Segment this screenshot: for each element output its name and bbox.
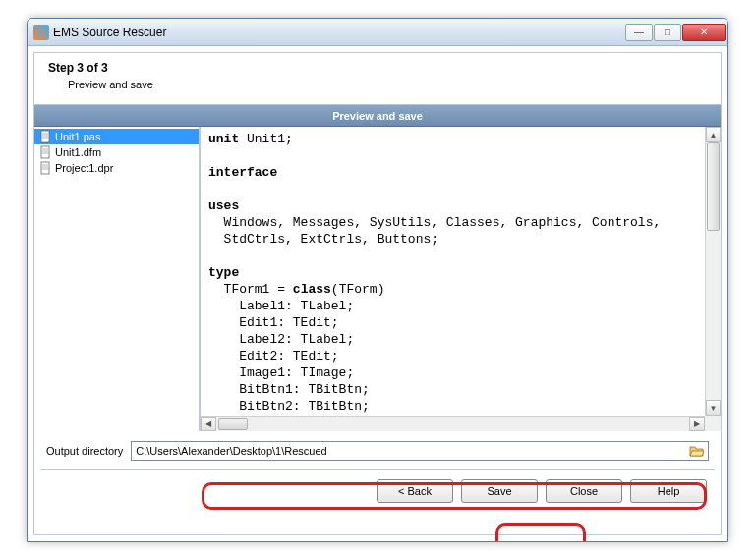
vertical-scrollbar[interactable]: ▲ ▼ xyxy=(705,127,721,416)
browse-button[interactable] xyxy=(688,443,706,459)
scroll-up-arrow[interactable]: ▲ xyxy=(706,127,721,142)
save-button[interactable]: Save xyxy=(461,479,538,503)
tree-item-label: Unit1.dfm xyxy=(55,146,101,158)
scroll-right-arrow[interactable]: ▶ xyxy=(689,417,705,431)
output-label: Output directory xyxy=(46,445,123,457)
button-bar: < Back Save Close Help xyxy=(34,470,721,513)
output-directory-input[interactable] xyxy=(136,445,688,457)
file-icon xyxy=(38,145,52,159)
code-preview-panel: unit Unit1; interface uses Windows, Mess… xyxy=(200,127,721,431)
horizontal-scroll-thumb[interactable] xyxy=(218,418,248,430)
file-icon xyxy=(38,130,52,143)
step-title: Step 3 of 3 xyxy=(48,61,707,75)
output-directory-field xyxy=(131,441,709,461)
help-button[interactable]: Help xyxy=(630,479,707,503)
scroll-left-arrow[interactable]: ◀ xyxy=(201,417,216,431)
horizontal-scrollbar[interactable]: ◀ ▶ xyxy=(201,416,705,431)
scroll-corner xyxy=(705,416,721,431)
close-window-button[interactable]: ✕ xyxy=(682,24,726,41)
back-button[interactable]: < Back xyxy=(377,479,453,503)
code-preview[interactable]: unit Unit1; interface uses Windows, Mess… xyxy=(201,127,705,416)
wizard-header: Step 3 of 3 Preview and save xyxy=(34,53,721,105)
scroll-down-arrow[interactable]: ▼ xyxy=(706,400,721,416)
content-area: Unit1.pasUnit1.dfmProject1.dpr unit Unit… xyxy=(34,127,721,431)
window-title: EMS Source Rescuer xyxy=(53,26,624,39)
svg-rect-0 xyxy=(41,131,49,142)
app-window: EMS Source Rescuer — □ ✕ Step 3 of 3 Pre… xyxy=(27,18,728,542)
svg-rect-1 xyxy=(41,146,49,158)
folder-open-icon xyxy=(689,444,705,458)
close-button[interactable]: Close xyxy=(546,479,622,503)
output-row: Output directory xyxy=(34,431,721,469)
section-banner: Preview and save xyxy=(34,105,721,127)
vertical-scroll-thumb[interactable] xyxy=(707,142,720,231)
tree-item[interactable]: Project1.dpr xyxy=(34,160,199,176)
minimize-button[interactable]: — xyxy=(625,24,653,41)
app-icon xyxy=(33,25,49,40)
titlebar[interactable]: EMS Source Rescuer — □ ✕ xyxy=(28,19,727,46)
tree-item[interactable]: Unit1.dfm xyxy=(34,144,199,160)
wizard-body: Step 3 of 3 Preview and save Preview and… xyxy=(33,52,722,535)
file-icon xyxy=(38,161,52,175)
highlight-save-annotation xyxy=(495,523,586,542)
tree-item-label: Project1.dpr xyxy=(55,162,113,174)
file-tree[interactable]: Unit1.pasUnit1.dfmProject1.dpr xyxy=(34,127,200,431)
step-subtitle: Preview and save xyxy=(68,79,707,90)
svg-rect-2 xyxy=(41,162,49,174)
tree-item-label: Unit1.pas xyxy=(55,131,100,142)
tree-item[interactable]: Unit1.pas xyxy=(34,129,199,144)
maximize-button[interactable]: □ xyxy=(654,24,681,41)
